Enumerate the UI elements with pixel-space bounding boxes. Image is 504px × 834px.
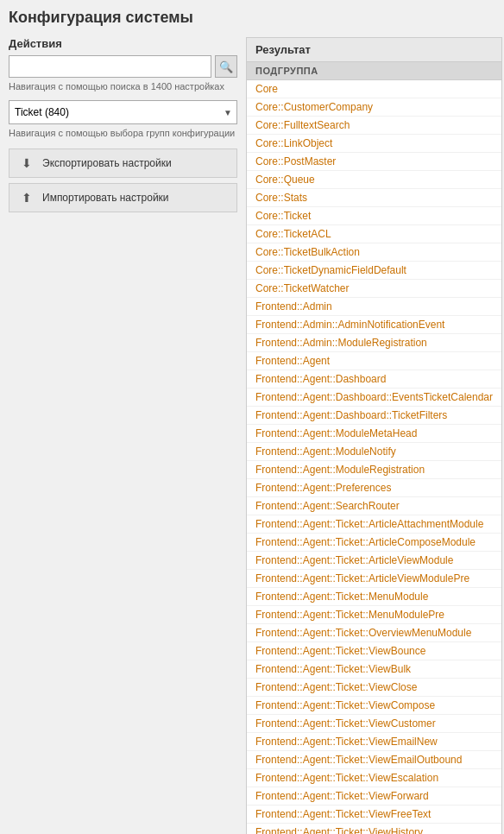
list-item[interactable]: Frontend::Agent::Ticket::MenuModule — [247, 588, 501, 606]
list-item[interactable]: Frontend::Agent::Ticket::ViewForward — [247, 787, 501, 806]
result-list: CoreCore::CustomerCompanyCore::FulltextS… — [247, 80, 501, 834]
search-row: 🔍 — [9, 55, 237, 78]
list-item[interactable]: Core::Ticket — [247, 207, 501, 225]
list-item[interactable]: Frontend::Agent::Ticket::ArticleAttachme… — [247, 515, 501, 534]
list-item[interactable]: Frontend::Agent::Ticket::ArticleViewModu… — [247, 552, 501, 570]
import-button[interactable]: ⬆ Импортировать настройки — [9, 183, 237, 212]
list-item[interactable]: Frontend::Agent::ModuleNotify — [247, 443, 501, 461]
list-item[interactable]: Core::CustomerCompany — [247, 98, 501, 117]
search-input[interactable] — [9, 55, 211, 78]
result-header: Результат — [247, 38, 501, 62]
list-item[interactable]: Core::TicketBulkAction — [247, 243, 501, 262]
list-item[interactable]: Core::PostMaster — [247, 153, 501, 171]
export-label: Экспортировать настройки — [42, 157, 172, 169]
list-item[interactable]: Core::Queue — [247, 171, 501, 189]
list-item[interactable]: Frontend::Agent::Ticket::ViewBulk — [247, 660, 501, 679]
list-item[interactable]: Frontend::Agent::Ticket::ViewCompose — [247, 697, 501, 715]
list-item[interactable]: Frontend::Agent::Ticket::ViewEmailNew — [247, 733, 501, 751]
search-icon: 🔍 — [219, 60, 233, 73]
select-wrapper: Ticket (840) ▼ — [9, 100, 237, 124]
actions-label: Действия — [9, 37, 237, 50]
list-item[interactable]: Frontend::Agent::Dashboard::TicketFilter… — [247, 407, 501, 425]
list-item[interactable]: Frontend::Agent::Ticket::ArticleViewModu… — [247, 570, 501, 588]
list-item[interactable]: Frontend::Agent::Ticket::ViewBounce — [247, 642, 501, 660]
list-item[interactable]: Frontend::Agent::Ticket::ViewEmailOutbou… — [247, 751, 501, 769]
list-item[interactable]: Frontend::Agent::Ticket::ViewCustomer — [247, 715, 501, 733]
right-panel: Результат ПОДГРУППА CoreCore::CustomerCo… — [246, 37, 502, 834]
import-label: Импортировать настройки — [42, 192, 169, 204]
list-item[interactable]: Core — [247, 80, 501, 98]
list-item[interactable]: Frontend::Agent::SearchRouter — [247, 497, 501, 515]
export-icon: ⬇ — [18, 155, 35, 172]
list-item[interactable]: Frontend::Admin::AdminNotificationEvent — [247, 316, 501, 334]
search-hint: Навигация с помощью поиска в 1400 настро… — [9, 81, 237, 92]
list-item[interactable]: Frontend::Agent::Ticket::ViewHistory — [247, 824, 501, 834]
list-item[interactable]: Frontend::Agent — [247, 352, 501, 370]
left-panel: Действия 🔍 Навигация с помощью поиска в … — [9, 37, 237, 218]
subgroup-header: ПОДГРУППА — [247, 62, 501, 80]
select-hint: Навигация с помощью выбора групп конфигу… — [9, 128, 237, 138]
list-item[interactable]: Core::TicketDynamicFieldDefault — [247, 262, 501, 280]
list-item[interactable]: Frontend::Agent::Preferences — [247, 479, 501, 497]
list-item[interactable]: Frontend::Agent::Ticket::ViewClose — [247, 679, 501, 697]
list-item[interactable]: Frontend::Agent::Ticket::ViewEscalation — [247, 769, 501, 787]
list-item[interactable]: Frontend::Agent::Ticket::ViewFreeText — [247, 806, 501, 824]
main-content: Действия 🔍 Навигация с помощью поиска в … — [9, 37, 495, 834]
list-item[interactable]: Frontend::Agent::ModuleRegistration — [247, 461, 501, 479]
search-button[interactable]: 🔍 — [215, 55, 237, 78]
export-button[interactable]: ⬇ Экспортировать настройки — [9, 148, 237, 178]
list-item[interactable]: Frontend::Admin::ModuleRegistration — [247, 334, 501, 352]
list-item[interactable]: Core::TicketWatcher — [247, 280, 501, 298]
list-item[interactable]: Core::Stats — [247, 189, 501, 207]
list-item[interactable]: Frontend::Admin — [247, 298, 501, 316]
list-item[interactable]: Frontend::Agent::ModuleMetaHead — [247, 425, 501, 443]
list-item[interactable]: Core::TicketACL — [247, 225, 501, 243]
import-icon: ⬆ — [18, 189, 35, 206]
page-title: Конфигурация системы — [9, 9, 495, 27]
list-item[interactable]: Frontend::Agent::Dashboard — [247, 370, 501, 389]
list-item[interactable]: Core::FulltextSearch — [247, 117, 501, 135]
list-item[interactable]: Frontend::Agent::Ticket::MenuModulePre — [247, 606, 501, 624]
list-item[interactable]: Frontend::Agent::Ticket::ArticleComposeM… — [247, 534, 501, 552]
list-item[interactable]: Core::LinkObject — [247, 135, 501, 153]
page-wrapper: Конфигурация системы Действия 🔍 Навигаци… — [0, 0, 504, 834]
list-item[interactable]: Frontend::Agent::Ticket::OverviewMenuMod… — [247, 624, 501, 642]
group-select[interactable]: Ticket (840) — [9, 100, 237, 124]
list-item[interactable]: Frontend::Agent::Dashboard::EventsTicket… — [247, 389, 501, 407]
